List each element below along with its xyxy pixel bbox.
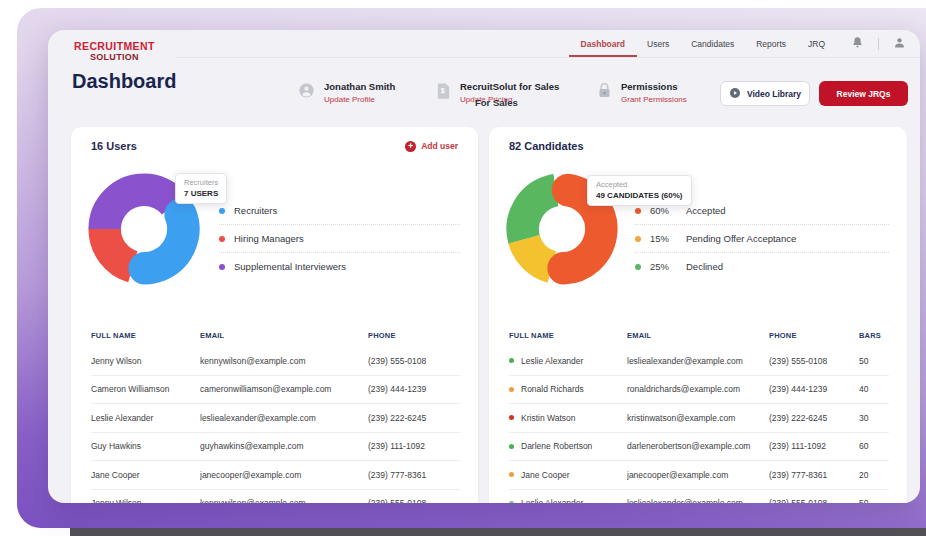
profile-name: Jonathan Smith: [324, 82, 395, 92]
legend-item: 25%Declined: [635, 253, 889, 280]
table-row: Ronald Richardsronaldrichards@example.co…: [509, 376, 889, 405]
cell-full-name: Jane Cooper: [509, 470, 627, 480]
legend-item: Recruiters: [219, 197, 460, 225]
table-header-row: FULL NAMEEMAILPHONE: [91, 323, 460, 347]
cell-phone: (239) 222-6245: [368, 413, 460, 423]
cell-email: cameronwilliamson@example.com: [200, 384, 368, 394]
legend-percent: 15%: [650, 233, 686, 244]
review-jrqs-button[interactable]: Review JRQs: [819, 81, 908, 106]
legend-percent: 25%: [650, 261, 686, 272]
lock-icon: [597, 82, 612, 104]
cell-email: lesliealexander@example.com: [200, 413, 368, 423]
cell-full-name: Jenny Wilson: [91, 356, 200, 366]
legend-dot: [219, 264, 225, 270]
cell-email: kennywilson@example.com: [200, 498, 368, 503]
cell-phone: (239) 777-8361: [368, 470, 460, 480]
cell-bars: 40: [859, 384, 889, 394]
tooltip-label: Accepted: [596, 181, 683, 189]
cell-email: janecooper@example.com: [627, 470, 769, 480]
cell-phone: (239) 555-0108: [368, 356, 460, 366]
top-navigation: DashboardUsersCandidatesReportsJRQ: [581, 30, 906, 57]
nav-vertical-divider: [878, 38, 879, 50]
legend-dot: [635, 236, 641, 242]
video-library-button[interactable]: Video Library: [720, 81, 810, 106]
nav-items: DashboardUsersCandidatesReportsJRQ: [581, 30, 825, 57]
column-header: EMAIL: [200, 331, 368, 340]
legend-label: Pending Offer Acceptance: [686, 233, 796, 244]
cell-bars: 50: [859, 356, 889, 366]
logo-line2: SOLUTION: [74, 52, 155, 62]
cell-email: ronaldrichards@example.com: [627, 384, 769, 394]
nav-item-reports[interactable]: Reports: [756, 30, 786, 57]
cell-phone: (239) 222-6245: [769, 413, 859, 423]
status-dot: [509, 387, 514, 392]
candidates-chart-tooltip: Accepted 49 CANDIDATES (60%): [587, 175, 692, 206]
cell-full-name: Jenny Wilson: [91, 498, 200, 503]
table-row: Kristin Watsonkristinwatson@example.com(…: [509, 404, 889, 433]
table-row: Leslie Alexanderlesliealexander@example.…: [509, 347, 889, 376]
cell-email: kennywilson@example.com: [200, 356, 368, 366]
table-row: Leslie Alexanderlesliealexander@example.…: [509, 490, 889, 504]
pricing-quick-item: $ RecruitSolut for Sales Update Pricing …: [436, 82, 559, 104]
column-header: PHONE: [769, 331, 859, 340]
cell-bars: 20: [859, 470, 889, 480]
column-header: FULL NAME: [91, 331, 200, 340]
cell-full-name: Leslie Alexander: [91, 413, 200, 423]
nav-divider-line: [176, 57, 920, 58]
candidates-legend: 60%Accepted15%Pending Offer Acceptance25…: [635, 197, 889, 280]
nav-item-users[interactable]: Users: [647, 30, 669, 57]
cell-email: janecooper@example.com: [200, 470, 368, 480]
cell-full-name: Darlene Robertson: [509, 441, 627, 451]
nav-icons: [851, 35, 906, 53]
legend-label: Supplemental Interviewers: [234, 261, 346, 272]
status-dot: [509, 444, 514, 449]
grant-permissions-link[interactable]: Grant Permissions: [621, 96, 687, 104]
cell-full-name: Cameron Williamson: [91, 384, 200, 394]
nav-item-candidates[interactable]: Candidates: [691, 30, 734, 57]
legend-item: Supplemental Interviewers: [219, 253, 460, 280]
candidates-chart-area: Accepted 49 CANDIDATES (60%) 60%Accepted…: [489, 127, 907, 323]
cell-phone: (239) 111-1092: [368, 441, 460, 451]
legend-item: 15%Pending Offer Acceptance: [635, 225, 889, 253]
cell-phone: (239) 555-0108: [368, 498, 460, 503]
table-row: Darlene Robertsondarlenerobertson@exampl…: [509, 433, 889, 462]
users-chart-tooltip: Recruiters 7 USERS: [175, 173, 227, 204]
permissions-title: Permissions: [621, 82, 687, 92]
table-row: Jenny Wilsonkennywilson@example.com(239)…: [91, 490, 460, 504]
cell-email: lesliealexander@example.com: [627, 498, 769, 503]
cell-email: kristinwatson@example.com: [627, 413, 769, 423]
update-profile-link[interactable]: Update Profile: [324, 96, 395, 104]
nav-item-jrq[interactable]: JRQ: [808, 30, 825, 57]
candidates-panel: 82 Candidates Accepted 49 CANDIDATES (60…: [489, 127, 907, 503]
user-account-icon[interactable]: [893, 35, 906, 53]
permissions-quick-item: Permissions Grant Permissions: [597, 82, 687, 104]
status-dot: [509, 501, 514, 503]
play-icon: [729, 87, 741, 101]
review-jrqs-label: Review JRQs: [837, 89, 891, 99]
legend-label: Recruiters: [234, 205, 277, 216]
cell-phone: (239) 111-1092: [769, 441, 859, 451]
legend-dot: [635, 264, 641, 270]
users-panel: 16 Users + Add user Recruiters 7 USERS R…: [71, 127, 478, 503]
legend-dot: [219, 236, 225, 242]
legend-label: Accepted: [686, 205, 726, 216]
cell-email: lesliealexander@example.com: [627, 356, 769, 366]
video-library-label: Video Library: [747, 89, 801, 99]
users-chart-area: Recruiters 7 USERS RecruitersHiring Mana…: [71, 127, 478, 323]
tooltip-value: 7 USERS: [184, 190, 218, 198]
users-legend: RecruitersHiring ManagersSupplemental In…: [219, 197, 460, 280]
status-dot: [509, 415, 514, 420]
bell-icon[interactable]: [851, 35, 864, 53]
table-row: Jane Cooperjanecooper@example.com(239) 7…: [509, 461, 889, 490]
table-header-row: FULL NAMEEMAILPHONEBARS: [509, 323, 889, 347]
profile-quick-item: Jonathan Smith Update Profile: [298, 82, 395, 104]
column-header: BARS: [859, 331, 889, 340]
table-row: Jane Cooperjanecooper@example.com(239) 7…: [91, 461, 460, 490]
table-row: Leslie Alexanderlesliealexander@example.…: [91, 404, 460, 433]
cell-phone: (239) 444-1239: [368, 384, 460, 394]
column-header: PHONE: [368, 331, 460, 340]
legend-percent: 60%: [650, 205, 686, 216]
nav-item-dashboard[interactable]: Dashboard: [581, 30, 625, 57]
pricing-hover-tooltip: For Sales: [475, 98, 518, 108]
cell-phone: (239) 555-0108: [769, 498, 859, 503]
